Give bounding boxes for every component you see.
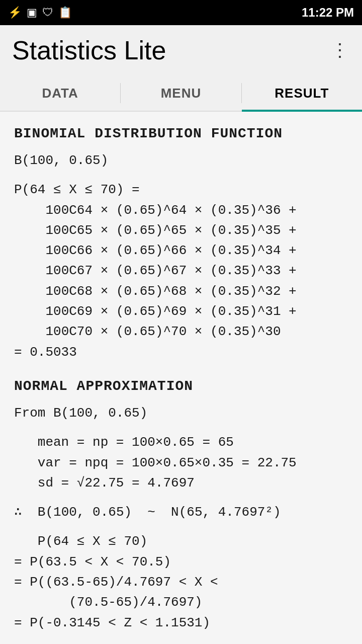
expansion-line-0: 100C64 × (0.65)^64 × (0.35)^36 + (14, 200, 348, 220)
expansion-line-4: 100C68 × (0.65)^68 × (0.35)^32 + (14, 281, 348, 301)
expansion-line-2: 100C66 × (0.65)^66 × (0.35)^34 + (14, 240, 348, 261)
status-bar: ⚡ ▣ 🛡 📋 11:22 PM (0, 0, 362, 25)
normal-prob-block: P(64 ≤ X ≤ 70) = P(63.5 < X < 70.5) = P(… (14, 531, 348, 632)
probability-statement: P(64 ≤ X ≤ 70) = (14, 180, 348, 200)
normal-prob-2: = P(63.5 < X < 70.5) (14, 552, 348, 572)
normal-var: var = npq = 100×0.65×0.35 = 22.75 (14, 453, 348, 473)
expansion-line-6: 100C70 × (0.65)^70 × (0.35)^30 (14, 321, 348, 342)
title-bar: Statistics Lite ⋮ (0, 25, 362, 75)
normal-prob-3: = P((63.5-65)/4.7697 < X < (14, 572, 348, 592)
expansion-line-5: 100C69 × (0.65)^69 × (0.35)^31 + (14, 301, 348, 321)
binomial-param: B(100, 0.65) (14, 150, 348, 171)
section-binomial-title: BINOMIAL DISTRIBUTION FUNCTION (14, 126, 348, 141)
tab-result[interactable]: RESULT (242, 75, 362, 111)
probability-block: P(64 ≤ X ≤ 70) = 100C64 × (0.65)^64 × (0… (14, 180, 348, 362)
section-normal-title: NORMAL APPROXIMATION (14, 378, 348, 394)
normal-prob-4: (70.5-65)/4.7697) (14, 592, 348, 612)
shield-icon: 🛡 (42, 6, 53, 19)
normal-title: NORMAL APPROXIMATION (14, 378, 348, 394)
gallery-icon: ▣ (27, 6, 37, 19)
status-icons: ⚡ ▣ 🛡 📋 (8, 6, 72, 19)
tab-bar: DATA MENU RESULT (0, 75, 362, 112)
usb-icon: ⚡ (8, 6, 22, 19)
normal-sd: sd = √22.75 = 4.7697 (14, 473, 348, 493)
more-options-button[interactable]: ⋮ (331, 40, 350, 61)
normal-from: From B(100, 0.65) (14, 403, 348, 423)
app-title: Statistics Lite (12, 35, 166, 65)
normal-prob-5: = P(-0.3145 < Z < 1.1531) (14, 613, 348, 633)
result-content: BINOMIAL DISTRIBUTION FUNCTION B(100, 0.… (0, 112, 362, 644)
binomial-title: BINOMIAL DISTRIBUTION FUNCTION (14, 126, 348, 141)
approximation-statement: ∴ B(100, 0.65) ~ N(65, 4.7697²) (14, 502, 348, 522)
tab-data[interactable]: DATA (0, 75, 120, 111)
time-display: 11:22 PM (302, 6, 354, 20)
normal-mean: mean = np = 100×0.65 = 65 (14, 432, 348, 452)
tab-menu[interactable]: MENU (121, 75, 241, 111)
normal-prob-1: P(64 ≤ X ≤ 70) (14, 531, 348, 551)
normal-stats-block: mean = np = 100×0.65 = 65 var = npq = 10… (14, 432, 348, 493)
expansion-line-3: 100C67 × (0.65)^67 × (0.35)^33 + (14, 261, 348, 281)
binomial-result: = 0.5033 (14, 342, 348, 362)
expansion-line-1: 100C65 × (0.65)^65 × (0.35)^35 + (14, 220, 348, 240)
clipboard-icon: 📋 (58, 6, 72, 19)
